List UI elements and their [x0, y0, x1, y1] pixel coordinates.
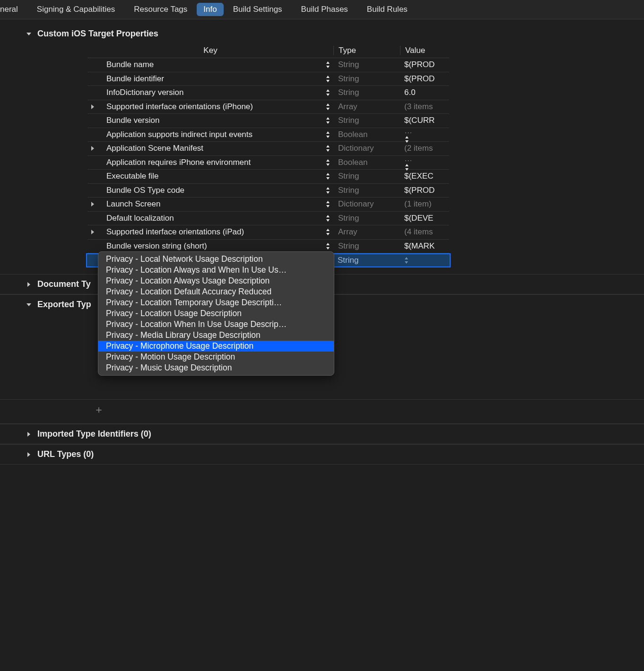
key-suggestions-dropdown[interactable]: Privacy - Local Network Usage Descriptio…: [98, 251, 334, 376]
key-cell[interactable]: Bundle name: [87, 60, 333, 69]
value-cell[interactable]: $(PROD: [400, 186, 449, 195]
table-row[interactable]: InfoDictionary versionString6.0: [87, 86, 449, 100]
tab-info[interactable]: Info: [197, 3, 223, 16]
key-cell[interactable]: Supported interface orientations (iPad): [87, 227, 333, 237]
chevron-right-icon[interactable]: [87, 104, 98, 110]
stepper-icon[interactable]: [325, 61, 331, 69]
value-cell[interactable]: $(PROD: [400, 60, 449, 69]
dropdown-item[interactable]: Privacy - Local Network Usage Descriptio…: [98, 254, 334, 265]
col-value[interactable]: Value: [400, 46, 449, 55]
tab-signing[interactable]: Signing & Capabilities: [27, 2, 124, 17]
stepper-icon[interactable]: [325, 215, 331, 222]
type-cell[interactable]: String: [333, 88, 400, 97]
stepper-icon[interactable]: [325, 103, 331, 111]
table-row[interactable]: Supported interface orientations (iPad)A…: [87, 225, 449, 240]
tab-build-phases[interactable]: Build Phases: [292, 2, 357, 17]
key-cell[interactable]: InfoDictionary version: [87, 88, 333, 97]
table-row[interactable]: Launch ScreenDictionary(1 item): [87, 198, 449, 212]
type-cell[interactable]: Dictionary: [333, 199, 400, 209]
type-cell[interactable]: Array: [333, 227, 400, 237]
tab-general-partial[interactable]: neral: [0, 2, 27, 17]
chevron-right-icon[interactable]: [87, 146, 98, 151]
stepper-icon[interactable]: [325, 187, 331, 194]
stepper-icon[interactable]: [404, 136, 449, 143]
key-cell[interactable]: Supported interface orientations (iPhone…: [87, 102, 333, 112]
dropdown-item[interactable]: Privacy - Motion Usage Description: [98, 352, 334, 362]
key-cell[interactable]: Bundle version: [87, 116, 333, 125]
dropdown-item[interactable]: Privacy - Location When In Use Usage Des…: [98, 319, 334, 330]
key-cell[interactable]: Application Scene Manifest: [87, 144, 333, 153]
tab-build-rules[interactable]: Build Rules: [357, 2, 417, 17]
key-cell[interactable]: Executable file: [87, 172, 333, 181]
editing-value[interactable]: [399, 257, 450, 264]
type-cell[interactable]: String: [333, 116, 400, 125]
dropdown-item[interactable]: Privacy - Location Temporary Usage Descr…: [98, 297, 334, 308]
stepper-icon[interactable]: [325, 145, 331, 152]
dropdown-item[interactable]: Privacy - Location Always and When In Us…: [98, 265, 334, 275]
editing-type[interactable]: String: [333, 256, 399, 265]
value-cell[interactable]: $(EXEC: [400, 172, 449, 181]
stepper-icon[interactable]: [325, 75, 331, 83]
type-cell[interactable]: String: [333, 214, 400, 223]
stepper-icon[interactable]: [404, 163, 449, 171]
value-cell[interactable]: $(PROD: [400, 74, 449, 84]
dropdown-item[interactable]: Privacy - Location Always Usage Descript…: [98, 275, 334, 286]
value-cell[interactable]: $(CURR: [400, 116, 449, 125]
dropdown-item[interactable]: Privacy - Location Default Accuracy Redu…: [98, 286, 334, 297]
table-row[interactable]: Application supports indirect input even…: [87, 128, 449, 142]
type-cell[interactable]: String: [333, 186, 400, 195]
table-row[interactable]: Bundle identifierString$(PROD: [87, 72, 449, 86]
value-cell[interactable]: 6.0: [400, 88, 449, 97]
dropdown-item[interactable]: Privacy - Location Usage Description: [98, 308, 334, 319]
table-row[interactable]: Default localizationString$(DEVE: [87, 212, 449, 226]
table-row[interactable]: Bundle versionString$(CURR: [87, 114, 449, 128]
stepper-icon[interactable]: [325, 117, 331, 124]
dropdown-item[interactable]: Privacy - Music Usage Description: [98, 362, 334, 373]
stepper-icon[interactable]: [325, 159, 331, 166]
type-cell[interactable]: Boolean: [333, 130, 400, 139]
stepper-icon[interactable]: [325, 242, 331, 250]
key-cell[interactable]: Default localization: [87, 214, 333, 223]
value-cell[interactable]: $(DEVE: [400, 214, 449, 223]
table-row[interactable]: Bundle nameString$(PROD: [87, 58, 449, 72]
col-key[interactable]: Key: [87, 46, 333, 55]
value-cell[interactable]: (4 items: [400, 227, 449, 237]
stepper-icon[interactable]: [325, 131, 331, 138]
dropdown-item[interactable]: Privacy - Microphone Usage Description: [98, 341, 334, 352]
dropdown-item[interactable]: Privacy - Media Library Usage Descriptio…: [98, 330, 334, 341]
chevron-right-icon[interactable]: [87, 201, 98, 207]
table-row[interactable]: Bundle OS Type codeString$(PROD: [87, 184, 449, 198]
type-cell[interactable]: Dictionary: [333, 144, 400, 153]
chevron-right-icon[interactable]: [87, 229, 98, 235]
stepper-icon[interactable]: [325, 228, 331, 236]
value-cell[interactable]: (2 items: [400, 144, 449, 153]
type-cell[interactable]: String: [333, 60, 400, 69]
table-row[interactable]: Executable fileString$(EXEC: [87, 170, 449, 184]
key-cell[interactable]: Bundle version string (short): [87, 241, 333, 251]
value-cell[interactable]: …: [400, 126, 449, 143]
tab-build-settings[interactable]: Build Settings: [224, 2, 292, 17]
value-cell[interactable]: …: [400, 154, 449, 171]
key-cell[interactable]: Launch Screen: [87, 199, 333, 209]
key-cell[interactable]: Bundle OS Type code: [87, 186, 333, 195]
stepper-icon[interactable]: [325, 200, 331, 208]
section-imported-types[interactable]: Imported Type Identifiers (0): [0, 424, 644, 444]
type-cell[interactable]: Boolean: [333, 158, 400, 167]
stepper-icon[interactable]: [325, 89, 331, 96]
key-cell[interactable]: Application requires iPhone environment: [87, 158, 333, 167]
key-cell[interactable]: Bundle identifier: [87, 74, 333, 84]
table-row[interactable]: Application requires iPhone environmentB…: [87, 156, 449, 170]
type-cell[interactable]: Array: [333, 102, 400, 112]
type-cell[interactable]: String: [333, 74, 400, 84]
stepper-icon[interactable]: [404, 257, 450, 264]
section-url-types[interactable]: URL Types (0): [0, 444, 644, 464]
table-row[interactable]: Supported interface orientations (iPhone…: [87, 100, 449, 114]
type-cell[interactable]: String: [333, 172, 400, 181]
type-cell[interactable]: String: [333, 241, 400, 251]
value-cell[interactable]: $(MARK: [400, 241, 449, 251]
key-cell[interactable]: Application supports indirect input even…: [87, 130, 333, 139]
add-button[interactable]: ＋: [94, 400, 644, 423]
table-row[interactable]: Application Scene ManifestDictionary(2 i…: [87, 142, 449, 156]
stepper-icon[interactable]: [325, 172, 331, 180]
value-cell[interactable]: (1 item): [400, 199, 449, 209]
